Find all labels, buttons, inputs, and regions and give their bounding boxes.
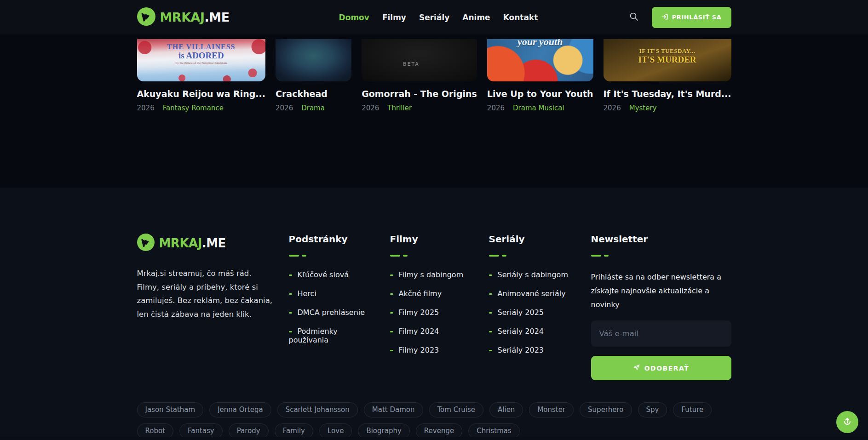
header: MRKAJ.ME Domov Filmy Seriály Anime Konta… bbox=[0, 0, 868, 34]
movie-card: THE VILLAINESS is ADORED by the Prince o… bbox=[137, 39, 266, 112]
footer-link[interactable]: Filmy 2023 bbox=[390, 346, 475, 354]
movie-poster[interactable] bbox=[276, 39, 351, 81]
tag-pill[interactable]: Tom Cruise bbox=[429, 402, 484, 417]
footer-link[interactable]: Seriály 2025 bbox=[489, 308, 576, 317]
poster-subtitle-text: by the Prince of the Neighbor Kingdom bbox=[137, 61, 266, 65]
movie-year: 2026 bbox=[276, 104, 293, 112]
movie-year: 2026 bbox=[362, 104, 379, 112]
nav-item-anime[interactable]: Anime bbox=[462, 13, 490, 22]
heading-underline-dashes bbox=[289, 250, 376, 258]
tag-cloud: Jason Statham Jenna Ortega Scarlett Joha… bbox=[137, 402, 731, 440]
scroll-to-top-button[interactable] bbox=[836, 411, 858, 433]
poster-title-text: is ADORED bbox=[137, 51, 266, 61]
search-button[interactable] bbox=[629, 12, 639, 23]
tag-pill[interactable]: Superhero bbox=[580, 402, 632, 417]
footer-link[interactable]: Filmy 2025 bbox=[390, 308, 475, 317]
newsletter-description: Prihláste sa na odber newslettera a získ… bbox=[591, 270, 731, 312]
site-logo-text: MRKAJ.ME bbox=[160, 10, 230, 24]
footer-link[interactable]: DMCA prehlásenie bbox=[289, 308, 376, 317]
movie-poster[interactable]: BETA bbox=[362, 39, 477, 81]
paper-plane-icon bbox=[633, 364, 640, 372]
nav-item-filmy[interactable]: Filmy bbox=[382, 13, 406, 22]
tag-pill[interactable]: Monster bbox=[529, 402, 574, 417]
tag-pill[interactable]: Jason Statham bbox=[137, 402, 204, 417]
footer-link[interactable]: Podmienky používania bbox=[289, 327, 376, 344]
site-logo-text: MRKAJ.ME bbox=[159, 236, 226, 250]
login-button[interactable]: PRIHLÁSIŤ SA bbox=[652, 7, 731, 28]
heading-underline-dashes bbox=[591, 250, 731, 258]
heading-underline-dashes bbox=[489, 250, 576, 258]
movie-title[interactable]: Crackhead bbox=[276, 89, 351, 99]
movie-card: your youth Live Up to Your Youth 2026 Dr… bbox=[487, 39, 593, 112]
footer: MRKAJ.ME Mrkaj.si streamuj, čo máš rád. … bbox=[0, 188, 868, 440]
play-logo-icon bbox=[137, 234, 155, 253]
nav-item-kontakt[interactable]: Kontakt bbox=[503, 13, 538, 22]
poster-watermark-text: BETA bbox=[362, 61, 461, 67]
movie-year: 2026 bbox=[487, 104, 505, 112]
footer-link[interactable]: Kľúčové slová bbox=[289, 270, 376, 279]
nav-item-serialy[interactable]: Seriály bbox=[419, 13, 449, 22]
arrow-up-icon bbox=[842, 417, 852, 428]
footer-link[interactable]: Animované seriály bbox=[489, 289, 576, 298]
tag-pill[interactable]: Scarlett Johansson bbox=[277, 402, 358, 417]
footer-column-filmy: Filmy Filmy s dabingom Akčné filmy Filmy… bbox=[390, 234, 475, 380]
footer-link[interactable]: Seriály s dabingom bbox=[489, 270, 576, 279]
main-nav: Domov Filmy Seriály Anime Kontakt bbox=[339, 13, 538, 22]
footer-newsletter: Newsletter Prihláste sa na odber newslet… bbox=[591, 234, 731, 380]
footer-link[interactable]: Akčné filmy bbox=[390, 289, 475, 298]
column-heading: Newsletter bbox=[591, 234, 731, 245]
tag-pill[interactable]: Matt Damon bbox=[364, 402, 423, 417]
movie-year: 2026 bbox=[604, 104, 621, 112]
footer-bottom-bar bbox=[0, 437, 868, 440]
footer-about: MRKAJ.ME Mrkaj.si streamuj, čo máš rád. … bbox=[137, 234, 275, 380]
poster-title-text: THE VILLAINESS bbox=[137, 43, 266, 51]
footer-link[interactable]: Seriály 2024 bbox=[489, 327, 576, 336]
tag-pill[interactable]: Jenna Ortega bbox=[209, 402, 271, 417]
movie-genre-link[interactable]: Drama Musical bbox=[513, 104, 564, 112]
heading-underline-dashes bbox=[390, 250, 475, 258]
movie-title[interactable]: Akuyaku Reijou wa Ring... bbox=[137, 89, 266, 99]
column-heading: Podstránky bbox=[289, 234, 376, 245]
footer-column-serialy: Seriály Seriály s dabingom Animované ser… bbox=[489, 234, 576, 380]
movie-genre-link[interactable]: Thriller bbox=[387, 104, 412, 112]
movie-poster[interactable]: IF IT'S TUESDAY... IT'S MURDER bbox=[604, 39, 731, 81]
tag-pill[interactable]: Spy bbox=[638, 402, 667, 417]
footer-description: Mrkaj.si streamuj, čo máš rád. Filmy, se… bbox=[137, 267, 275, 321]
tag-pill[interactable]: Alien bbox=[489, 402, 523, 417]
poster-title-text: IT'S MURDER bbox=[604, 55, 731, 65]
site-logo[interactable]: MRKAJ.ME bbox=[137, 7, 230, 28]
subscribe-button[interactable]: ODOBERAŤ bbox=[591, 356, 731, 380]
movie-title[interactable]: Gomorrah - The Origins bbox=[362, 89, 477, 99]
movie-poster[interactable]: THE VILLAINESS is ADORED by the Prince o… bbox=[137, 39, 266, 81]
tag-pill[interactable]: Future bbox=[673, 402, 712, 417]
movie-year: 2026 bbox=[137, 104, 155, 112]
movie-card: Crackhead 2026 Drama bbox=[276, 39, 351, 112]
nav-item-domov[interactable]: Domov bbox=[339, 13, 369, 22]
column-heading: Filmy bbox=[390, 234, 475, 245]
footer-logo[interactable]: MRKAJ.ME bbox=[137, 234, 275, 253]
movie-genre-link[interactable]: Mystery bbox=[629, 104, 657, 112]
play-logo-icon bbox=[137, 7, 155, 28]
column-heading: Seriály bbox=[489, 234, 576, 245]
newsletter-email-input[interactable] bbox=[591, 320, 731, 347]
footer-column-podstranky: Podstránky Kľúčové slová Herci DMCA preh… bbox=[289, 234, 376, 380]
movie-card: IF IT'S TUESDAY... IT'S MURDER If It's T… bbox=[604, 39, 731, 112]
movie-card: BETA Gomorrah - The Origins 2026 Thrille… bbox=[362, 39, 477, 112]
poster-script-text: your youth bbox=[487, 39, 593, 48]
movie-poster[interactable]: your youth bbox=[487, 39, 593, 81]
movie-title[interactable]: If It's Tuesday, It's Murd... bbox=[604, 89, 731, 99]
search-icon bbox=[629, 12, 639, 23]
movie-title[interactable]: Live Up to Your Youth bbox=[487, 89, 593, 99]
footer-link[interactable]: Herci bbox=[289, 289, 376, 298]
footer-link[interactable]: Filmy 2024 bbox=[390, 327, 475, 336]
movie-genre-link[interactable]: Drama bbox=[301, 104, 325, 112]
login-arrow-icon bbox=[661, 13, 668, 22]
movies-section: THE VILLAINESS is ADORED by the Prince o… bbox=[0, 34, 868, 188]
footer-link[interactable]: Filmy s dabingom bbox=[390, 270, 475, 279]
footer-link[interactable]: Seriály 2023 bbox=[489, 346, 576, 354]
poster-title-text: IF IT'S TUESDAY... bbox=[604, 47, 731, 55]
movie-genre-link[interactable]: Fantasy Romance bbox=[163, 104, 224, 112]
